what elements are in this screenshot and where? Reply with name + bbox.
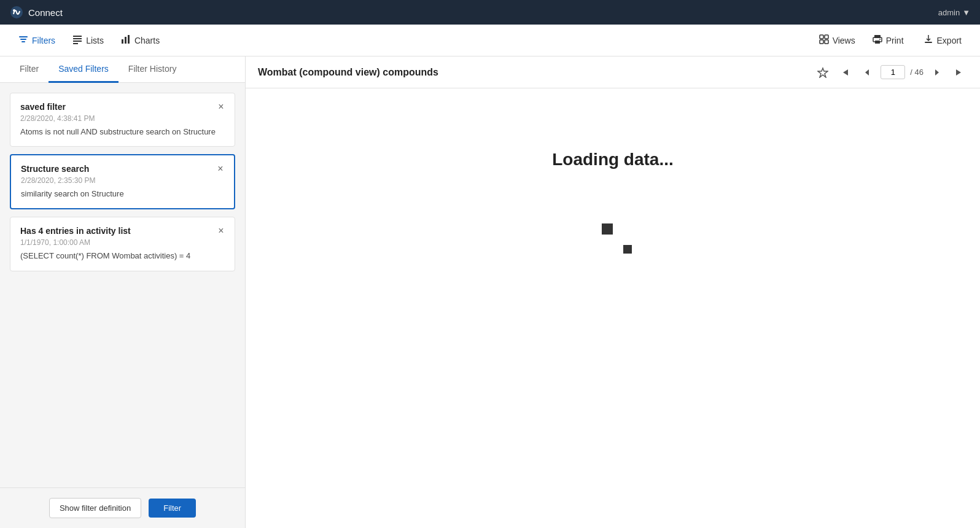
tab-filter[interactable]: Filter (10, 56, 49, 83)
loading-area: Loading data... (246, 88, 980, 528)
print-icon (873, 34, 882, 46)
lists-tab[interactable]: Lists (64, 29, 112, 51)
toolbar-right: Print Export (864, 29, 970, 51)
page-input[interactable] (881, 65, 905, 79)
print-label: Print (886, 36, 904, 45)
username: admin (938, 8, 960, 17)
filters-icon (18, 34, 28, 46)
views-tab[interactable]: Views (811, 29, 864, 51)
right-header: Wombat (compound view) compounds (246, 56, 980, 88)
user-menu[interactable]: admin ▼ (938, 8, 970, 17)
filter-card-2-title: Structure search (21, 164, 224, 174)
filter-card-3-date: 1/1/1970, 1:00:00 AM (20, 238, 225, 247)
right-header-title: Wombat (compound view) compounds (258, 67, 814, 78)
filter-card-1[interactable]: saved filter 2/28/2020, 4:38:41 PM Atoms… (10, 93, 235, 147)
left-tabs: Filter Saved Filters Filter History (0, 56, 245, 83)
tab-filter-history[interactable]: Filter History (119, 56, 187, 83)
svg-rect-18 (875, 41, 880, 44)
print-button[interactable]: Print (864, 29, 912, 51)
svg-rect-15 (825, 40, 828, 44)
toolbar: Filters Lists Charts (0, 25, 980, 56)
svg-rect-11 (128, 35, 130, 44)
filter-card-1-date: 2/28/2020, 4:38:41 PM (20, 114, 225, 123)
svg-rect-10 (125, 37, 126, 44)
show-filter-definition-button[interactable]: Show filter definition (49, 498, 141, 518)
export-button[interactable]: Export (915, 29, 970, 51)
svg-rect-4 (21, 41, 25, 42)
app-name: Connect (28, 7, 63, 18)
filter-button[interactable]: Filter (149, 499, 196, 518)
svg-rect-8 (73, 43, 78, 44)
filter-card-3-desc: (SELECT count(*) FROM Wombat activities)… (20, 250, 225, 262)
views-icon (819, 34, 829, 46)
svg-rect-9 (122, 39, 123, 44)
filter-card-2[interactable]: Structure search 2/28/2020, 2:35:30 PM s… (10, 154, 235, 209)
svg-point-1 (13, 9, 15, 12)
filters-tab[interactable]: Filters (10, 29, 64, 51)
svg-rect-14 (820, 40, 823, 44)
bottom-actions: Show filter definition Filter (0, 487, 245, 528)
top-nav: Connect admin ▼ (0, 0, 980, 25)
export-label: Export (937, 36, 962, 45)
filter-card-3-close[interactable]: × (215, 225, 227, 237)
lists-icon (72, 34, 82, 46)
export-icon (924, 34, 933, 46)
svg-rect-12 (820, 35, 823, 39)
last-page-button[interactable] (951, 64, 968, 81)
loading-text: Loading data... (552, 150, 674, 169)
filter-card-1-close[interactable]: × (215, 101, 227, 113)
nav-left: Connect (10, 6, 63, 19)
tab-saved-filters[interactable]: Saved Filters (49, 56, 119, 83)
svg-rect-3 (20, 39, 26, 40)
star-button[interactable] (814, 64, 831, 81)
loading-dot-1 (602, 223, 613, 235)
loading-dot-2 (623, 245, 632, 254)
right-panel: Wombat (compound view) compounds (246, 56, 980, 528)
left-panel: Filter Saved Filters Filter History save… (0, 56, 246, 528)
svg-rect-20 (925, 42, 932, 43)
charts-icon (121, 34, 131, 46)
user-dropdown-icon: ▼ (962, 8, 970, 17)
app-logo (10, 6, 23, 19)
filter-card-2-date: 2/28/2020, 2:35:30 PM (21, 176, 224, 185)
views-label: Views (833, 36, 855, 45)
svg-rect-6 (73, 38, 82, 39)
filter-card-3-title: Has 4 entries in activity list (20, 226, 225, 236)
svg-rect-7 (73, 41, 82, 42)
filter-cards-area: saved filter 2/28/2020, 4:38:41 PM Atoms… (0, 83, 245, 487)
first-page-button[interactable] (836, 64, 854, 81)
filter-card-2-desc: similarity search on Structure (21, 188, 224, 200)
filter-card-3[interactable]: Has 4 entries in activity list 1/1/1970,… (10, 217, 235, 271)
charts-label: Charts (134, 36, 160, 45)
right-header-controls: / 46 (814, 64, 968, 81)
svg-marker-21 (818, 68, 828, 77)
charts-tab[interactable]: Charts (112, 29, 168, 51)
svg-rect-13 (825, 35, 828, 39)
main-layout: Filter Saved Filters Filter History save… (0, 56, 980, 528)
next-page-button[interactable] (928, 64, 946, 81)
filter-card-2-close[interactable]: × (214, 163, 227, 175)
filters-label: Filters (32, 36, 55, 45)
page-total: / 46 (910, 68, 924, 77)
svg-rect-5 (73, 36, 82, 37)
svg-rect-2 (19, 36, 28, 37)
filter-card-1-title: saved filter (20, 102, 225, 112)
lists-label: Lists (86, 36, 104, 45)
prev-page-button[interactable] (858, 64, 876, 81)
filter-card-1-desc: Atoms is not null AND substructure searc… (20, 126, 225, 138)
svg-point-19 (879, 39, 881, 40)
